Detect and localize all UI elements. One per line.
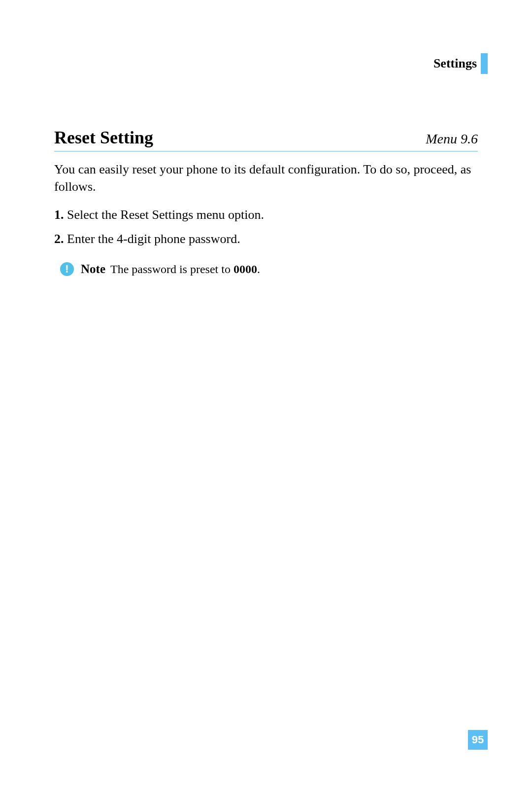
note-prefix: The password is preset to	[110, 263, 233, 276]
step-text: Select the Reset Settings menu option.	[67, 208, 264, 222]
step-item: 2. Enter the 4-digit phone password.	[54, 230, 478, 247]
step-item: 1. Select the Reset Settings menu option…	[54, 206, 478, 223]
note-suffix: .	[257, 263, 260, 276]
header-accent-bar	[481, 53, 488, 74]
page-number: 95	[468, 730, 488, 750]
step-number: 2.	[54, 232, 64, 246]
intro-text: You can easily reset your phone to its d…	[54, 161, 478, 195]
header-section: Settings	[433, 53, 488, 74]
note-bold: 0000	[233, 263, 257, 276]
main-content: Reset Setting Menu 9.6 You can easily re…	[54, 127, 478, 276]
note-label: Note	[81, 262, 105, 276]
step-number: 1.	[54, 208, 64, 222]
header-label: Settings	[433, 56, 477, 71]
alert-icon: !	[60, 262, 74, 276]
menu-label: Menu 9.6	[426, 131, 478, 147]
steps-list: 1. Select the Reset Settings menu option…	[54, 206, 478, 247]
title-row: Reset Setting Menu 9.6	[54, 127, 478, 152]
section-title: Reset Setting	[54, 127, 153, 148]
note-text: The password is preset to 0000.	[110, 263, 260, 276]
step-text: Enter the 4-digit phone password.	[67, 232, 240, 246]
note-row: ! Note The password is preset to 0000.	[60, 262, 478, 276]
